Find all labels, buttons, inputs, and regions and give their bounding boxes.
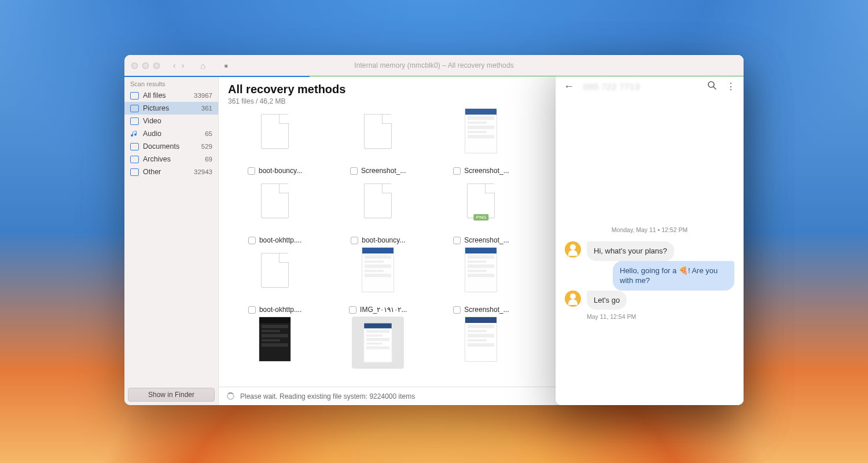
sidebar-item-count: 69 bbox=[205, 156, 212, 163]
file-checkbox[interactable] bbox=[350, 167, 358, 175]
window-toolbar: ‹ › ⌂ ■ Internal memory (mmcblk0) – All … bbox=[124, 55, 744, 76]
file-checkbox[interactable] bbox=[453, 167, 461, 175]
sidebar-item-label: All files bbox=[143, 91, 166, 100]
sidebar-item-label: Pictures bbox=[143, 104, 169, 112]
sidebar: Scan results All files33967Pictures361Vi… bbox=[124, 77, 219, 405]
show-in-finder-button[interactable]: Show in Finder bbox=[128, 388, 215, 402]
more-icon[interactable]: ⋮ bbox=[726, 81, 735, 92]
file-item[interactable]: boot-bouncy... bbox=[326, 236, 429, 306]
file-item[interactable]: Screenshot_...PNG bbox=[429, 167, 532, 236]
file-name: Screenshot_... bbox=[464, 167, 509, 175]
file-name: Screenshot_... bbox=[464, 236, 509, 244]
home-icon[interactable]: ⌂ bbox=[197, 60, 208, 72]
file-thumbnail[interactable] bbox=[352, 178, 404, 224]
close-icon[interactable] bbox=[131, 63, 138, 69]
window-title: Internal memory (mmcblk0) – All recovery… bbox=[124, 61, 744, 69]
stop-icon[interactable]: ■ bbox=[221, 61, 230, 70]
file-checkbox[interactable] bbox=[453, 306, 461, 314]
archives-icon bbox=[130, 156, 139, 163]
traffic-lights[interactable] bbox=[131, 63, 160, 69]
file-thumbnail[interactable] bbox=[465, 247, 497, 292]
file-item[interactable]: Screenshot_... bbox=[429, 236, 532, 306]
sidebar-item-count: 361 bbox=[201, 105, 212, 112]
progress-bar bbox=[124, 76, 310, 77]
file-checkbox[interactable] bbox=[453, 237, 461, 244]
message-row: Hi, what's your plans? bbox=[565, 241, 734, 261]
sms-body: Monday, May 11 • 12:52 PM Hi, what's you… bbox=[556, 99, 744, 405]
sidebar-item-label: Audio bbox=[143, 130, 161, 138]
file-name: boot-bouncy... bbox=[362, 236, 405, 244]
sidebar-item-count: 32943 bbox=[194, 168, 212, 175]
file-checkbox[interactable] bbox=[349, 306, 356, 314]
sidebar-item-pictures[interactable]: Pictures361 bbox=[124, 102, 218, 115]
file-checkbox[interactable] bbox=[351, 237, 358, 244]
file-thumbnail[interactable] bbox=[352, 317, 404, 369]
file-thumbnail[interactable] bbox=[249, 247, 301, 293]
file-item[interactable]: Screenshot_... bbox=[326, 167, 429, 236]
file-name: Screenshot_... bbox=[464, 306, 509, 314]
forward-button[interactable]: › bbox=[179, 60, 187, 71]
file-name: boot-okhttp.... bbox=[259, 306, 301, 314]
sidebar-item-all-files[interactable]: All files33967 bbox=[124, 89, 218, 102]
file-checkbox[interactable] bbox=[248, 306, 256, 314]
phone-number: 095 722 7713 bbox=[583, 82, 640, 91]
file-name: boot-bouncy... bbox=[259, 167, 302, 175]
file-thumbnail[interactable] bbox=[465, 317, 497, 362]
file-item[interactable]: IMG_٢٠١٩١٠٢... bbox=[326, 306, 429, 375]
file-item[interactable]: Screenshot_... bbox=[429, 306, 532, 375]
preview-panel: sms-20200621... Open with Preview ← 095 … bbox=[556, 55, 744, 405]
message-row: Let's go bbox=[565, 291, 734, 310]
file-name: boot-okhttp.... bbox=[259, 236, 301, 244]
file-thumbnail[interactable] bbox=[249, 178, 301, 224]
file-item[interactable]: boot-okhttp.... bbox=[223, 306, 326, 375]
file-thumbnail[interactable]: PNG bbox=[455, 178, 507, 224]
message-bubble: Hello, going for a 🍕! Are you with me? bbox=[613, 261, 734, 291]
spinner-icon bbox=[227, 392, 234, 400]
message-bubble: Hi, what's your plans? bbox=[587, 241, 674, 261]
file-item[interactable]: large-group-... bbox=[326, 108, 429, 167]
file-thumbnail[interactable] bbox=[352, 108, 404, 155]
sms-header: ← 095 722 7713 ⋮ bbox=[556, 74, 744, 99]
file-thumbnail[interactable] bbox=[249, 108, 301, 155]
sidebar-item-label: Other bbox=[143, 168, 161, 176]
sidebar-item-count: 33967 bbox=[194, 92, 212, 99]
sidebar-item-label: Documents bbox=[143, 142, 179, 150]
file-item[interactable]: boot-okhttp.... bbox=[223, 236, 326, 306]
search-icon[interactable] bbox=[707, 80, 717, 93]
sidebar-item-audio[interactable]: Audio65 bbox=[124, 127, 218, 140]
message-row: Hello, going for a 🍕! Are you with me? bbox=[565, 261, 734, 291]
file-checkbox[interactable] bbox=[248, 237, 256, 244]
file-name: IMG_٢٠١٩١٠٢... bbox=[360, 306, 407, 314]
sidebar-item-label: Archives bbox=[143, 155, 171, 163]
avatar bbox=[565, 291, 581, 307]
file-thumbnail[interactable] bbox=[465, 108, 497, 153]
sms-app: ← 095 722 7713 ⋮ Monday, May 11 • 12:52 … bbox=[556, 74, 744, 405]
sidebar-item-count: 65 bbox=[205, 130, 212, 137]
file-name: Screenshot_... bbox=[361, 167, 406, 175]
sms-timestamp: Monday, May 11 • 12:52 PM bbox=[565, 226, 734, 233]
sidebar-item-video[interactable]: Video bbox=[124, 115, 218, 127]
file-checkbox[interactable] bbox=[248, 167, 255, 175]
message-bubble: Let's go bbox=[587, 291, 627, 310]
message-time: May 11, 12:54 PM bbox=[587, 313, 734, 320]
all files-icon bbox=[130, 92, 139, 100]
sidebar-item-other[interactable]: Other32943 bbox=[124, 166, 218, 178]
minimize-icon[interactable] bbox=[142, 63, 149, 69]
audio-icon bbox=[130, 130, 139, 138]
file-item[interactable]: Screenshot_... bbox=[223, 108, 326, 167]
back-arrow-icon[interactable]: ← bbox=[564, 80, 574, 93]
file-item[interactable]: Screenshot_... bbox=[429, 108, 532, 167]
avatar bbox=[565, 241, 581, 258]
zoom-icon[interactable] bbox=[153, 63, 160, 69]
file-thumbnail[interactable] bbox=[362, 247, 394, 292]
file-item[interactable]: boot-bouncy... bbox=[223, 167, 326, 236]
status-text: Please wait. Reading existing file syste… bbox=[240, 392, 415, 400]
file-thumbnail[interactable] bbox=[259, 317, 291, 362]
sidebar-item-label: Video bbox=[143, 117, 161, 125]
back-button[interactable]: ‹ bbox=[170, 60, 179, 71]
sidebar-item-documents[interactable]: Documents529 bbox=[124, 140, 218, 153]
pictures-icon bbox=[130, 105, 139, 112]
sidebar-item-archives[interactable]: Archives69 bbox=[124, 153, 218, 166]
other-icon bbox=[130, 168, 139, 176]
documents-icon bbox=[130, 143, 139, 150]
